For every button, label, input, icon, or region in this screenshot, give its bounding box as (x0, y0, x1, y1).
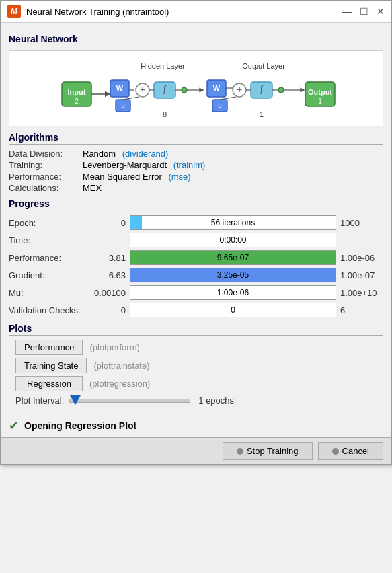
svg-text:W: W (116, 84, 123, 92)
plot-row: Regression(plotregression) (15, 376, 383, 391)
progress-row-start: 6.63 (89, 270, 130, 280)
plots-header: Plots (9, 323, 383, 336)
bottom-bar: Stop Training Cancel (1, 437, 391, 464)
window-title: Neural Network Training (nntraintool) (26, 7, 337, 17)
progress-row-label: Validation Checks: (9, 305, 89, 315)
svg-point-16 (182, 87, 187, 93)
data-division-value: Random (dividerand) (83, 149, 383, 159)
plot-row: Training State(plottrainstate) (15, 358, 383, 373)
calculations-value: MEX (83, 183, 383, 193)
svg-text:W: W (212, 84, 220, 92)
progress-bar-cell: 0:00:00 (130, 233, 336, 247)
close-icon[interactable]: ✕ (377, 6, 385, 17)
progress-bar-text: 1.00e-06 (217, 288, 249, 297)
cancel-button[interactable]: Cancel (318, 442, 383, 460)
performance-label: Performance: (9, 171, 83, 182)
svg-text:Input: Input (67, 88, 85, 96)
svg-text:+: + (236, 84, 241, 95)
progress-row-label: Time: (9, 235, 89, 245)
training-link[interactable]: (trainlm) (173, 160, 206, 170)
svg-text:+: + (139, 84, 145, 95)
cancel-label: Cancel (342, 446, 369, 456)
data-division-link[interactable]: (dividerand) (122, 149, 169, 159)
status-bar: ✔ Opening Regression Plot (1, 414, 391, 437)
progress-bar-cell: 3.25e-05 (130, 268, 336, 282)
stop-training-button[interactable]: Stop Training (223, 442, 313, 460)
plot-interval-label: Plot Interval: (15, 395, 64, 406)
plot-button-training-state[interactable]: Training State (15, 358, 87, 373)
stop-training-label: Stop Training (247, 446, 299, 456)
progress-bar-outer: 56 iterations (130, 215, 336, 230)
progress-bar-outer: 9.65e-07 (130, 250, 336, 265)
neural-network-header: Neural Network (9, 34, 383, 46)
progress-bar-cell: 0 (130, 303, 336, 317)
svg-point-32 (278, 87, 284, 93)
progress-row-end: 1.00e+10 (336, 288, 383, 298)
nn-diagram: Input 2 Hidden Layer W b + ∫ (9, 50, 383, 126)
calculations-label: Calculations: (9, 183, 83, 193)
svg-text:b: b (121, 102, 125, 109)
training-value: Levenberg-Marquardt (trainlm) (83, 160, 383, 170)
slider-track (69, 399, 190, 403)
plot-interval-value: 1 epochs (198, 395, 234, 406)
progress-bar-outer: 0:00:00 (130, 233, 336, 247)
status-text: Opening Regression Plot (24, 420, 136, 431)
progress-row-label: Performance: (9, 253, 89, 263)
plots-section: Performance(plotperform)Training State(p… (9, 340, 383, 391)
data-division-label: Data Division: (9, 149, 83, 159)
plot-link[interactable]: (plotregression) (89, 379, 150, 389)
svg-text:Hidden Layer: Hidden Layer (141, 62, 185, 70)
svg-text:2: 2 (75, 98, 79, 105)
svg-text:1: 1 (259, 110, 263, 118)
progress-row-end: 1.00e-07 (336, 270, 383, 280)
progress-bar-text: 0:00:00 (219, 235, 246, 245)
svg-text:Output: Output (307, 88, 331, 96)
progress-bar-text: 56 iterations (211, 218, 255, 227)
progress-bar-text: 9.65e-07 (217, 253, 249, 262)
nn-svg: Input 2 Hidden Layer W b + ∫ (22, 56, 371, 120)
progress-header: Progress (9, 198, 383, 211)
progress-bar-cell: 9.65e-07 (130, 250, 336, 265)
progress-row-label: Epoch: (9, 218, 89, 228)
window-controls: — ☐ ✕ (342, 6, 385, 17)
stop-training-dot (237, 448, 243, 455)
algorithms-header: Algorithms (9, 132, 383, 145)
plot-link[interactable]: (plotperform) (89, 342, 139, 352)
training-label: Training: (9, 160, 83, 170)
progress-row-start: 0 (89, 305, 130, 315)
main-content: Neural Network Input 2 Hidden Layer W b (1, 23, 391, 411)
status-check-icon: ✔ (9, 418, 19, 433)
plot-button-performance[interactable]: Performance (15, 340, 83, 355)
plot-interval-row: Plot Interval: 1 epochs (15, 395, 383, 406)
progress-bar-outer: 1.00e-06 (130, 285, 336, 300)
progress-bar-cell: 1.00e-06 (130, 285, 336, 300)
progress-row-start: 0.00100 (89, 288, 130, 298)
progress-bar-outer: 0 (130, 303, 336, 317)
progress-row-start: 3.81 (89, 253, 130, 263)
titlebar: M Neural Network Training (nntraintool) … (1, 1, 391, 23)
performance-value: Mean Squared Error (mse) (83, 171, 383, 182)
plot-button-regression[interactable]: Regression (15, 376, 83, 391)
svg-text:b: b (218, 102, 222, 109)
algorithms-grid: Data Division: Random (dividerand) Train… (9, 149, 383, 193)
svg-text:8: 8 (162, 110, 166, 118)
progress-row-label: Mu: (9, 288, 89, 298)
maximize-icon[interactable]: ☐ (360, 6, 368, 17)
main-window: M Neural Network Training (nntraintool) … (0, 0, 392, 465)
minimize-icon[interactable]: — (342, 6, 352, 17)
performance-link[interactable]: (mse) (168, 171, 190, 182)
progress-row-end: 1000 (336, 218, 383, 228)
progress-row-end: 1.00e-06 (336, 253, 383, 263)
progress-grid: Epoch:056 iterations1000Time:0:00:00Perf… (9, 215, 383, 317)
progress-bar-text: 3.25e-05 (217, 270, 249, 280)
slider-thumb[interactable] (70, 395, 81, 405)
progress-bar-outer: 3.25e-05 (130, 268, 336, 282)
svg-text:1: 1 (318, 98, 322, 105)
progress-row-start: 0 (89, 218, 130, 228)
progress-bar-cell: 56 iterations (130, 215, 336, 230)
progress-row-label: Gradient: (9, 270, 89, 280)
progress-bar-text: 0 (231, 305, 235, 315)
progress-row-end: 6 (336, 305, 383, 315)
plot-link[interactable]: (plottrainstate) (93, 360, 149, 371)
plot-row: Performance(plotperform) (15, 340, 383, 355)
